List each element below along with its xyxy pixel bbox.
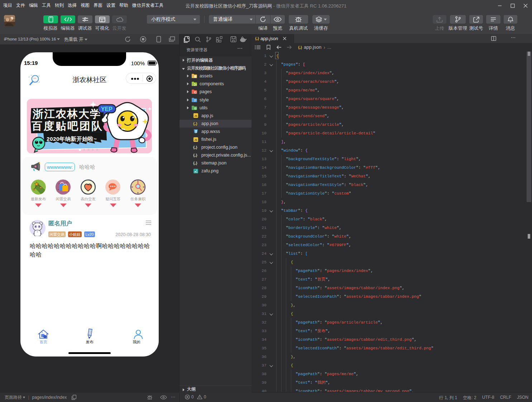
- svg-text:2020年纳新开始啦~: 2020年纳新开始啦~: [47, 136, 97, 142]
- svg-text:YEP: YEP: [101, 106, 112, 112]
- svg-text:JS: JS: [194, 139, 197, 141]
- svg-text:JS: JS: [194, 115, 197, 117]
